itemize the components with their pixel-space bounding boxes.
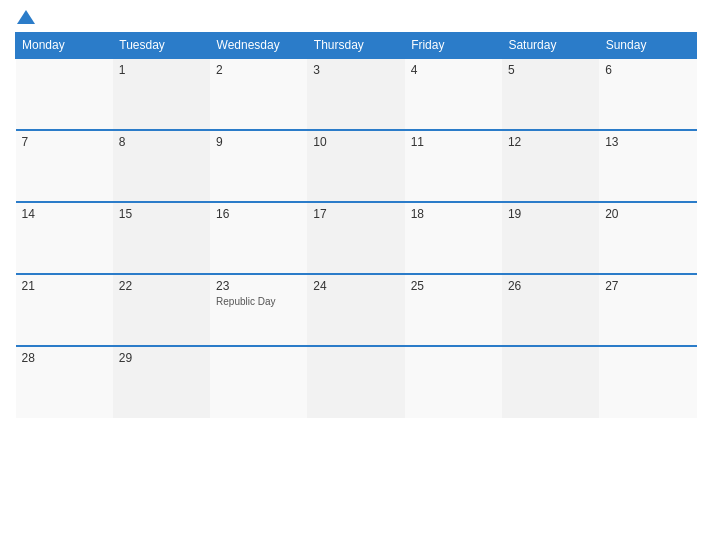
logo-triangle-icon <box>17 10 35 24</box>
day-number: 6 <box>605 63 690 77</box>
logo <box>15 10 35 24</box>
calendar-cell: 6 <box>599 58 696 130</box>
day-number: 12 <box>508 135 593 149</box>
day-number: 16 <box>216 207 301 221</box>
day-number: 9 <box>216 135 301 149</box>
calendar-table: MondayTuesdayWednesdayThursdayFridaySatu… <box>15 32 697 418</box>
col-header-wednesday: Wednesday <box>210 33 307 59</box>
calendar-cell: 18 <box>405 202 502 274</box>
day-number: 7 <box>22 135 107 149</box>
calendar-week-5: 2829 <box>16 346 697 418</box>
day-number: 10 <box>313 135 398 149</box>
calendar-cell: 4 <box>405 58 502 130</box>
day-number: 17 <box>313 207 398 221</box>
calendar-cell: 22 <box>113 274 210 346</box>
calendar-cell: 14 <box>16 202 113 274</box>
calendar-cell <box>599 346 696 418</box>
day-number: 5 <box>508 63 593 77</box>
calendar-cell: 20 <box>599 202 696 274</box>
calendar-week-1: 123456 <box>16 58 697 130</box>
day-number: 24 <box>313 279 398 293</box>
calendar-cell: 23Republic Day <box>210 274 307 346</box>
calendar-cell: 11 <box>405 130 502 202</box>
calendar-cell: 7 <box>16 130 113 202</box>
calendar-cell: 13 <box>599 130 696 202</box>
calendar-cell <box>405 346 502 418</box>
day-number: 13 <box>605 135 690 149</box>
day-number: 26 <box>508 279 593 293</box>
day-number: 8 <box>119 135 204 149</box>
calendar-cell: 25 <box>405 274 502 346</box>
day-number: 20 <box>605 207 690 221</box>
calendar-header <box>15 10 697 24</box>
day-number: 27 <box>605 279 690 293</box>
col-header-monday: Monday <box>16 33 113 59</box>
day-number: 4 <box>411 63 496 77</box>
calendar-cell <box>307 346 404 418</box>
calendar-cell: 21 <box>16 274 113 346</box>
day-number: 25 <box>411 279 496 293</box>
day-number: 29 <box>119 351 204 365</box>
calendar-cell: 26 <box>502 274 599 346</box>
calendar-cell: 24 <box>307 274 404 346</box>
calendar-cell: 1 <box>113 58 210 130</box>
day-number: 28 <box>22 351 107 365</box>
day-number: 19 <box>508 207 593 221</box>
calendar-cell: 2 <box>210 58 307 130</box>
calendar-cell: 17 <box>307 202 404 274</box>
day-event: Republic Day <box>216 296 301 307</box>
calendar-cell: 9 <box>210 130 307 202</box>
calendar-cell <box>502 346 599 418</box>
day-number: 23 <box>216 279 301 293</box>
calendar-week-3: 14151617181920 <box>16 202 697 274</box>
calendar-cell: 28 <box>16 346 113 418</box>
calendar-cell <box>210 346 307 418</box>
calendar-cell: 16 <box>210 202 307 274</box>
calendar-header-row: MondayTuesdayWednesdayThursdayFridaySatu… <box>16 33 697 59</box>
col-header-saturday: Saturday <box>502 33 599 59</box>
calendar-cell: 29 <box>113 346 210 418</box>
col-header-friday: Friday <box>405 33 502 59</box>
calendar-cell: 3 <box>307 58 404 130</box>
calendar-cell: 15 <box>113 202 210 274</box>
calendar-cell: 27 <box>599 274 696 346</box>
col-header-thursday: Thursday <box>307 33 404 59</box>
calendar-cell: 10 <box>307 130 404 202</box>
calendar-cell: 19 <box>502 202 599 274</box>
day-number: 22 <box>119 279 204 293</box>
day-number: 3 <box>313 63 398 77</box>
calendar-cell: 8 <box>113 130 210 202</box>
calendar-week-2: 78910111213 <box>16 130 697 202</box>
day-number: 18 <box>411 207 496 221</box>
col-header-sunday: Sunday <box>599 33 696 59</box>
day-number: 2 <box>216 63 301 77</box>
day-number: 15 <box>119 207 204 221</box>
day-number: 21 <box>22 279 107 293</box>
calendar-page: MondayTuesdayWednesdayThursdayFridaySatu… <box>0 0 712 550</box>
day-number: 1 <box>119 63 204 77</box>
col-header-tuesday: Tuesday <box>113 33 210 59</box>
calendar-cell: 12 <box>502 130 599 202</box>
calendar-cell: 5 <box>502 58 599 130</box>
svg-marker-0 <box>17 10 35 24</box>
calendar-cell <box>16 58 113 130</box>
calendar-week-4: 212223Republic Day24252627 <box>16 274 697 346</box>
day-number: 11 <box>411 135 496 149</box>
day-number: 14 <box>22 207 107 221</box>
